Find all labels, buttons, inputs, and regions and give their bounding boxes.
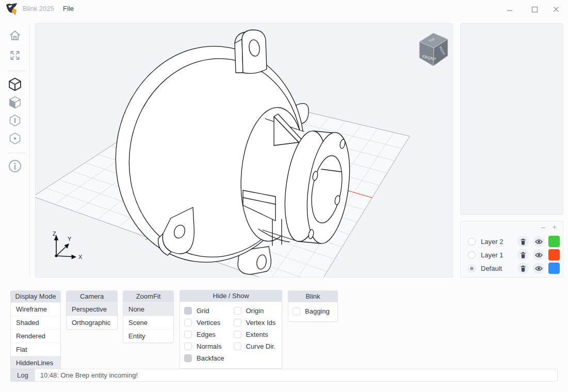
- app-logo-icon: [5, 2, 19, 15]
- option-label: Origin: [246, 307, 264, 315]
- display-mode-header: Display Mode: [11, 291, 60, 302]
- blink-header: Blink: [288, 291, 337, 302]
- scene-svg: FRONT TOP RIGHT Z Y X: [36, 24, 453, 277]
- layer-radio[interactable]: [468, 251, 476, 259]
- zoom-extents-button[interactable]: [9, 50, 21, 61]
- checkbox[interactable]: [184, 342, 192, 350]
- display-mode-wireframe[interactable]: Wireframe: [11, 302, 60, 316]
- option-label: Vertex Ids: [246, 319, 276, 326]
- checkbox[interactable]: [234, 342, 241, 350]
- checkbox[interactable]: [184, 319, 192, 326]
- toolbar-divider: [7, 153, 27, 153]
- menu-file[interactable]: File: [63, 5, 74, 12]
- layer-delete-button[interactable]: [517, 236, 529, 247]
- option-extents[interactable]: Extents: [234, 329, 278, 340]
- layers-panel: – + Layer 2 Layer 1: [460, 221, 563, 277]
- trash-icon: [520, 238, 526, 245]
- option-label: Extents: [246, 331, 268, 338]
- option-normals[interactable]: Normals: [184, 340, 229, 352]
- axis-z-label: Z: [53, 231, 56, 237]
- layer-add-button[interactable]: +: [553, 223, 557, 231]
- info-icon: [8, 159, 22, 173]
- option-grid[interactable]: Grid: [184, 305, 229, 317]
- display-shaded-button[interactable]: [7, 95, 22, 110]
- checkbox-checked[interactable]: [184, 307, 192, 315]
- camera-perspective[interactable]: Perspective: [67, 302, 117, 316]
- layer-name: Layer 2: [481, 238, 503, 246]
- maximize-button[interactable]: [529, 4, 540, 14]
- checkbox[interactable]: [184, 331, 192, 338]
- cube-wireframe-icon: [7, 76, 23, 92]
- option-label: Vertices: [197, 319, 220, 326]
- layer-color-swatch[interactable]: [548, 249, 560, 260]
- display-mode-group: Display Mode Wireframe Shaded Rendered F…: [10, 290, 61, 370]
- zoomfit-entity[interactable]: Entity: [123, 329, 173, 342]
- axis-x-label: X: [78, 254, 83, 260]
- display-mode-hiddenlines[interactable]: HiddenLines: [11, 356, 60, 369]
- cad-model: [100, 30, 355, 276]
- titlebar: Blink 2025 File: [0, 0, 568, 18]
- app-title: Blink 2025: [23, 5, 54, 12]
- eye-icon: [535, 266, 543, 271]
- option-label: Curve Dir.: [246, 342, 276, 350]
- option-label: Backface: [197, 354, 224, 362]
- checkbox-checked[interactable]: [184, 354, 192, 362]
- hexagon-section-icon: [7, 113, 22, 128]
- option-edges[interactable]: Edges: [184, 329, 229, 340]
- home-icon: [8, 28, 22, 42]
- option-label: Grid: [197, 307, 209, 315]
- option-vertex-ids[interactable]: Vertex Ids: [234, 317, 278, 329]
- checkbox[interactable]: [234, 331, 241, 338]
- cube-shaded-icon: [7, 95, 22, 110]
- layer-visibility-button[interactable]: [533, 263, 544, 274]
- minimize-button[interactable]: [505, 4, 515, 14]
- layer-name: Layer 1: [481, 251, 503, 259]
- axis-triad: Z Y X: [53, 231, 83, 260]
- option-backface[interactable]: Backface: [184, 352, 229, 364]
- info-button[interactable]: [8, 159, 22, 173]
- option-origin[interactable]: Origin: [234, 305, 278, 317]
- checkbox[interactable]: [293, 307, 300, 315]
- minimize-icon: [507, 6, 513, 12]
- layer-delete-button[interactable]: [517, 249, 529, 260]
- zoomfit-scene[interactable]: Scene: [123, 316, 173, 329]
- layer-color-swatch[interactable]: [548, 263, 560, 274]
- eye-icon: [535, 252, 543, 258]
- checkbox[interactable]: [234, 307, 241, 315]
- view-cube[interactable]: FRONT TOP RIGHT: [419, 33, 448, 66]
- layer-radio-selected[interactable]: [468, 265, 476, 272]
- checkbox[interactable]: [234, 319, 241, 326]
- layer-delete-button[interactable]: [517, 263, 529, 274]
- blink-group: Blink Bagging: [288, 290, 338, 322]
- layer-radio[interactable]: [468, 238, 476, 246]
- layer-row: Default: [465, 262, 560, 275]
- layer-visibility-button[interactable]: [533, 236, 544, 247]
- option-vertices[interactable]: Vertices: [184, 317, 229, 329]
- point-view-button[interactable]: [7, 131, 22, 146]
- layer-color-swatch[interactable]: [548, 236, 560, 247]
- display-wireframe-button[interactable]: [7, 76, 23, 92]
- option-label: Normals: [197, 342, 221, 350]
- section-view-button[interactable]: [7, 113, 22, 128]
- log-button[interactable]: Log: [10, 369, 35, 382]
- option-curve-dir[interactable]: Curve Dir.: [234, 340, 278, 352]
- display-mode-rendered[interactable]: Rendered: [11, 329, 60, 342]
- maximize-icon: [531, 6, 538, 13]
- option-bagging[interactable]: Bagging: [293, 305, 333, 317]
- trash-icon: [520, 265, 526, 272]
- layer-row: Layer 2: [465, 235, 560, 248]
- log-message[interactable]: 10:48: One Brep entity incoming!: [35, 369, 558, 382]
- zoomfit-none[interactable]: None: [123, 302, 173, 316]
- display-mode-flat[interactable]: Flat: [11, 342, 60, 356]
- close-button[interactable]: [551, 4, 561, 14]
- display-mode-shaded[interactable]: Shaded: [11, 316, 60, 329]
- home-button[interactable]: [8, 28, 22, 42]
- layer-name: Default: [481, 265, 502, 272]
- hide-show-header: Hide / Show: [180, 290, 282, 302]
- layer-visibility-button[interactable]: [533, 249, 544, 260]
- model-top-lug: [235, 30, 267, 73]
- layer-remove-button[interactable]: –: [541, 223, 545, 231]
- toolbar-divider: [7, 71, 27, 71]
- viewport-canvas[interactable]: FRONT TOP RIGHT Z Y X: [35, 23, 453, 277]
- camera-orthographic[interactable]: Orthographic: [67, 316, 117, 329]
